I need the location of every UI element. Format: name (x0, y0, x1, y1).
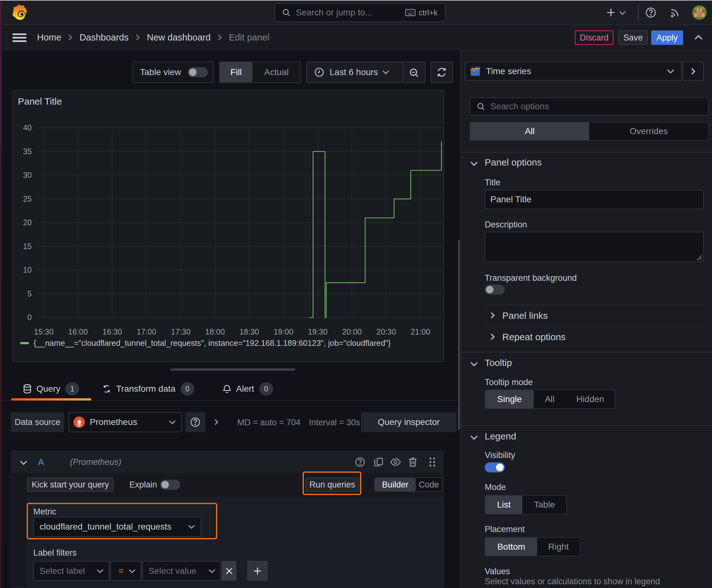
svg-text:16:00: 16:00 (68, 327, 88, 336)
svg-text:20:30: 20:30 (376, 327, 396, 336)
svg-text:10: 10 (23, 266, 32, 274)
svg-text:25: 25 (23, 194, 32, 203)
svg-text:18:00: 18:00 (205, 327, 225, 336)
svg-text:17:00: 17:00 (136, 327, 156, 336)
svg-text:21:00: 21:00 (411, 327, 430, 336)
svg-text:18:30: 18:30 (239, 327, 259, 336)
svg-text:19:30: 19:30 (308, 327, 328, 336)
svg-text:17:30: 17:30 (171, 327, 191, 336)
svg-text:15: 15 (23, 242, 32, 251)
svg-text:5: 5 (27, 289, 32, 298)
svg-text:35: 35 (23, 147, 32, 156)
svg-text:15:30: 15:30 (34, 327, 54, 336)
svg-text:{__name__="cloudflared_tunnel_: {__name__="cloudflared_tunnel_total_requ… (34, 339, 391, 348)
svg-text:40: 40 (23, 123, 32, 132)
svg-text:20:00: 20:00 (342, 327, 362, 336)
svg-text:0: 0 (27, 313, 32, 322)
svg-text:19:00: 19:00 (274, 327, 294, 336)
svg-text:30: 30 (23, 171, 32, 180)
svg-text:20: 20 (23, 218, 32, 227)
svg-text:16:30: 16:30 (102, 327, 122, 336)
